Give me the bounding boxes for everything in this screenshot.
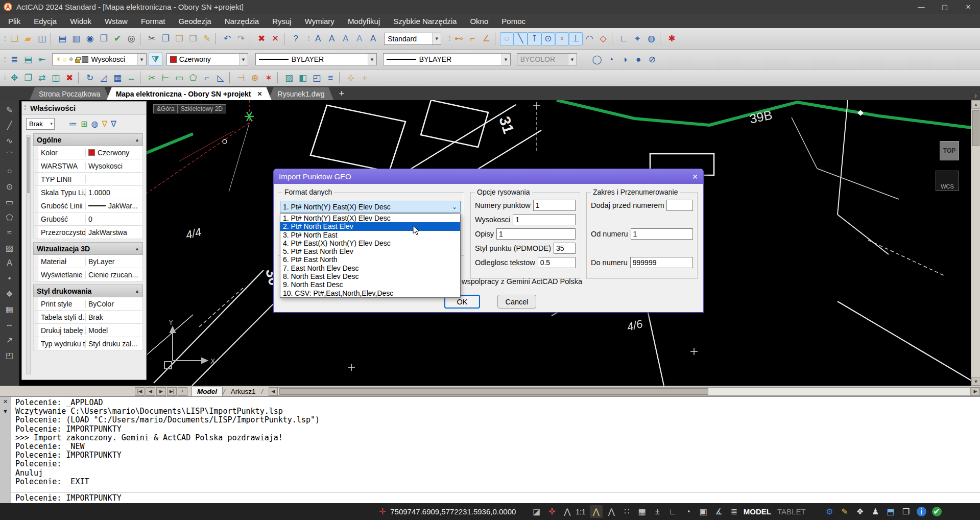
dialog-field-input[interactable] xyxy=(554,243,576,254)
text-edit-icon[interactable]: A xyxy=(339,32,352,45)
dropdown-option[interactable]: 10. CSV: Pt#,East,North,Elev,Desc xyxy=(280,289,460,297)
text-icon[interactable]: A xyxy=(2,255,17,271)
ortho-icon[interactable]: ∟ xyxy=(666,505,679,518)
chevron-down-icon[interactable]: ▾ xyxy=(432,33,441,44)
boundary-icon[interactable]: ◰ xyxy=(310,71,324,84)
new-tab-button[interactable]: + xyxy=(339,88,344,99)
shade-hidden-icon[interactable]: ◑ xyxy=(618,53,632,66)
offset-icon[interactable]: ⇄ xyxy=(35,71,49,84)
dim-linear-icon[interactable]: ⊷ xyxy=(452,32,466,45)
osnap-settings-icon[interactable]: ⌖ xyxy=(631,32,644,45)
property-value[interactable]: Model xyxy=(86,326,142,335)
linetype-combo[interactable]: BYLAYER ▾ xyxy=(255,53,377,65)
hatch-tool-icon[interactable]: ▨ xyxy=(282,71,296,84)
rectangle-icon[interactable]: ▭ xyxy=(2,194,17,209)
rotate-icon[interactable]: ↻ xyxy=(83,71,97,84)
point-icon[interactable]: • xyxy=(2,271,17,286)
gear-icon[interactable]: ⚙ xyxy=(823,505,836,518)
menu-item[interactable]: Wstaw xyxy=(105,17,128,26)
dynamic-ucs-icon[interactable]: ◪ xyxy=(530,505,543,518)
lineweight-combo[interactable]: BYLAYER ▾ xyxy=(383,53,511,65)
save-icon[interactable]: ◫ xyxy=(35,32,49,45)
property-value[interactable]: 1.0000 xyxy=(86,188,142,197)
menu-item[interactable]: Format xyxy=(141,17,165,26)
dialog-field-input[interactable] xyxy=(533,200,576,211)
props-filter-edit-icon[interactable]: ∇ xyxy=(102,119,107,129)
props-quickselect-icon[interactable]: ≔ xyxy=(69,119,77,129)
color-combo[interactable]: Czerwony ▾ xyxy=(166,53,248,65)
open-folder-icon[interactable]: ▰ xyxy=(21,32,35,45)
snap-magnet-icon[interactable]: ✱ xyxy=(665,32,679,45)
menu-item[interactable]: Szybkie Narzędzia xyxy=(393,17,457,26)
line-icon[interactable]: ╱ xyxy=(2,117,17,133)
shade-realistic-icon[interactable]: ● xyxy=(632,53,646,66)
shade-wireframe3d-icon[interactable]: ◔ xyxy=(604,53,618,66)
region-icon[interactable]: ◰ xyxy=(2,347,17,363)
palette-grip[interactable]: ⁞ xyxy=(24,104,26,111)
block-icon[interactable]: ❖ xyxy=(2,286,17,301)
redo-icon[interactable]: ↷ xyxy=(234,32,248,45)
text-color-icon[interactable]: A xyxy=(366,32,380,45)
dropdown-option[interactable]: 7. East North Elev Desc xyxy=(280,264,460,272)
layer-previous-icon[interactable]: ⇤ xyxy=(35,53,49,66)
paste-icon[interactable]: ❒ xyxy=(173,32,186,45)
trim-icon[interactable]: ✂ xyxy=(145,71,159,84)
chevron-down-icon[interactable]: ▾ xyxy=(137,54,146,65)
layout-nav-button[interactable]: ◀ xyxy=(146,387,155,396)
shade-wireframe2d-icon[interactable]: ◯ xyxy=(590,53,604,66)
layout-nav-button[interactable]: |◀ xyxy=(135,387,145,396)
chamfer-icon[interactable]: ◺ xyxy=(214,71,228,84)
layers-icon[interactable]: ≣ xyxy=(8,53,21,66)
dialog-field-input[interactable] xyxy=(666,200,693,211)
spline-icon[interactable]: ≈ xyxy=(2,225,17,240)
menu-item[interactable]: Okno xyxy=(470,17,488,26)
menu-item[interactable]: Geodezja xyxy=(178,17,211,26)
page-setup-icon[interactable]: ❐ xyxy=(97,32,111,45)
match-properties-icon[interactable]: ✎ xyxy=(200,32,214,45)
property-value[interactable]: Czerwony xyxy=(86,149,142,157)
person-icon[interactable]: ♟ xyxy=(869,505,882,518)
view-cube-top[interactable]: TOP xyxy=(940,141,959,160)
dialog-field-input[interactable] xyxy=(496,228,576,240)
paste-block-icon[interactable]: ❒ xyxy=(186,32,200,45)
scroll-up-icon[interactable]: ▲ xyxy=(971,100,980,109)
layer-filter-icon[interactable]: ⧩ xyxy=(149,53,162,66)
dialog-close-icon[interactable]: ✕ xyxy=(692,173,698,181)
print-preview-icon[interactable]: ◉ xyxy=(83,32,97,45)
break-icon[interactable]: ⊣ xyxy=(234,71,248,84)
hscroll-right-icon[interactable]: ▶ xyxy=(971,387,980,396)
tripod-icon[interactable]: ⋀ xyxy=(561,505,573,518)
erase-icon[interactable]: ✖ xyxy=(255,32,269,45)
property-value[interactable]: JakWar... xyxy=(86,202,142,210)
snap-tangent-icon[interactable]: ◠ xyxy=(583,32,596,45)
check-icon[interactable]: ✔ xyxy=(930,505,943,518)
layout-tab-arkusz1[interactable]: Arkusz1 xyxy=(226,387,261,396)
dropdown-option[interactable]: 6. Pt# East North xyxy=(280,255,460,264)
command-input[interactable] xyxy=(15,493,980,503)
format-combo[interactable]: 1. Pt# North(Y) East(X) Elev Desc ⌄ xyxy=(280,201,461,212)
property-value[interactable]: Styl druku zal... xyxy=(86,340,142,348)
grid-dots-icon[interactable]: ∷ xyxy=(620,505,633,518)
menu-item[interactable]: Widok xyxy=(70,17,91,26)
palette-scrollbar[interactable] xyxy=(26,135,31,374)
align-icon[interactable]: ≡ xyxy=(324,71,338,84)
hatch-icon[interactable]: ▨ xyxy=(2,240,17,255)
dropdown-option[interactable]: 3. Pt# North East xyxy=(280,231,460,239)
wcs-indicator[interactable]: WCS xyxy=(936,171,959,191)
snap-line-icon[interactable]: ╲ xyxy=(514,32,528,45)
layout-nav-button[interactable]: + xyxy=(178,387,187,396)
plot-icon[interactable]: ▤ xyxy=(56,32,69,45)
text-style-combo[interactable]: Standard ▾ xyxy=(384,33,441,45)
shade-off-icon[interactable]: ⊘ xyxy=(646,53,659,66)
dialog-field-input[interactable] xyxy=(513,214,576,225)
cut-icon[interactable]: ✂ xyxy=(145,32,159,45)
menu-item[interactable]: Narzędzia xyxy=(225,17,259,26)
dropdown-option[interactable]: 9. North East Desc xyxy=(280,280,460,289)
menu-item[interactable]: Modyfikuj xyxy=(348,17,380,26)
windows-icon[interactable]: ❐ xyxy=(900,505,913,518)
dim-aligned-icon[interactable]: ⌐ xyxy=(466,32,480,45)
props-select-add-icon[interactable]: ⊞ xyxy=(81,119,87,129)
measure-icon[interactable]: ⊹ xyxy=(344,71,358,84)
lineweight-display-icon[interactable]: ≣ xyxy=(728,505,740,518)
scrollbar-thumb[interactable] xyxy=(27,137,30,193)
